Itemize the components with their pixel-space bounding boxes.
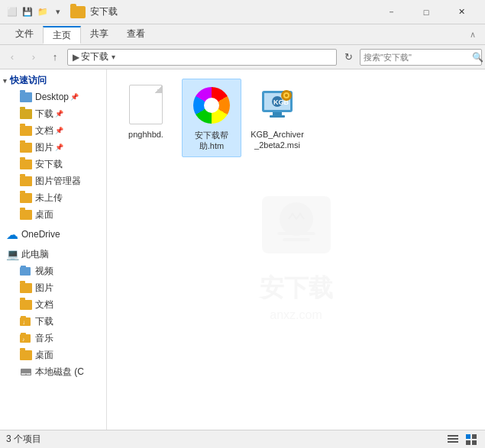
file-item-pnghhbd[interactable]: pnghhbd. <box>116 79 176 157</box>
downloads-folder-icon <box>20 108 32 120</box>
sidebar-item-pictures[interactable]: 图片 📌 <box>0 139 106 156</box>
pc-icon: 💻 <box>6 248 19 260</box>
sidebar-item-desktop3[interactable]: 桌面 <box>0 346 106 363</box>
status-item-count: 3 个项目 <box>6 433 41 446</box>
not-uploaded-folder-icon <box>20 192 32 204</box>
close-button[interactable]: ✕ <box>444 0 479 24</box>
forward-button[interactable]: › <box>24 48 43 66</box>
cloud-icon: ☁ <box>6 227 18 242</box>
blank-file-icon <box>129 85 163 124</box>
sidebar-item-downloads[interactable]: 下载 📌 <box>0 105 106 122</box>
tab-file[interactable]: 文件 <box>6 24 43 44</box>
sidebar-item-pictures2[interactable]: 图片 <box>0 279 106 296</box>
path-label: 安下载 <box>81 50 108 63</box>
maximize-button[interactable]: □ <box>409 0 444 24</box>
svg-text:♪: ♪ <box>22 337 25 342</box>
tab-home[interactable]: 主页 <box>43 26 81 44</box>
anxiazai-folder-icon <box>20 158 32 170</box>
sidebar-thispc-label: 此电脑 <box>21 248 49 261</box>
file-name-kgb: KGB_Archiver_2beta2.msi <box>251 129 304 151</box>
sidebar-not-uploaded-label: 未上传 <box>35 192 63 205</box>
view-list-button[interactable] <box>445 432 461 447</box>
sidebar-item-documents2[interactable]: 文档 <box>0 296 106 313</box>
sidebar-downloads-label: 下载 <box>35 108 53 121</box>
folder-icon-title <box>70 6 86 18</box>
status-bar: 3 个项目 <box>0 430 485 448</box>
up-button[interactable]: ↑ <box>46 48 64 66</box>
window-title: 安下载 <box>90 5 373 18</box>
ribbon: 文件 主页 共享 查看 ∧ <box>0 24 485 45</box>
back-button[interactable]: ‹ <box>3 48 21 66</box>
tab-share[interactable]: 共享 <box>81 24 118 44</box>
file-icon-pnghhbd <box>124 83 167 126</box>
photo-manager-folder-icon <box>20 175 32 187</box>
refresh-button[interactable]: ↻ <box>340 49 357 66</box>
sidebar-item-onedrive[interactable]: ☁ OneDrive <box>0 226 106 243</box>
tab-view[interactable]: 查看 <box>118 24 154 44</box>
sidebar-music-label: 音乐 <box>35 332 53 345</box>
sidebar-anxiazai-label: 安下载 <box>35 158 63 171</box>
main-area: ▾ 快速访问 Desktop 📌 下载 📌 文档 📌 图片 <box>0 69 485 430</box>
address-path[interactable]: ▶ 安下载 ▾ <box>67 49 337 66</box>
file-item-htm[interactable]: 安下载帮助.htm <box>182 79 241 157</box>
address-bar: ‹ › ↑ ▶ 安下载 ▾ ↻ 🔍 <box>0 45 485 69</box>
quick-access-header[interactable]: ▾ 快速访问 <box>0 73 106 89</box>
tb-icon-3: 📁 <box>37 6 49 18</box>
watermark: 安下载 anxz.com <box>251 177 342 322</box>
svg-rect-0 <box>20 267 31 276</box>
onedrive-section: ☁ OneDrive <box>0 226 106 243</box>
svg-rect-19 <box>273 112 282 115</box>
tb-icon-dropdown[interactable]: ▾ <box>52 6 64 18</box>
status-view-controls <box>445 432 479 447</box>
sidebar-item-notUploaded[interactable]: 未上传 <box>0 189 106 206</box>
search-icon: 🔍 <box>472 52 483 63</box>
documents2-folder-icon <box>20 298 32 311</box>
sidebar-item-videos[interactable]: 视频 <box>0 263 106 279</box>
colorful-inner <box>204 98 219 113</box>
sidebar-onedrive-label: OneDrive <box>21 229 60 240</box>
desktop2-folder-icon <box>20 208 32 221</box>
sidebar-item-downloads2[interactable]: ↓ 下载 <box>0 313 106 330</box>
sidebar-documents-label: 文档 <box>35 124 53 137</box>
desktop-folder-icon <box>20 91 32 103</box>
svg-rect-3 <box>21 316 26 318</box>
content-area: 安下载 anxz.com pnghhbd. 安下载帮助.htm <box>107 69 485 430</box>
sidebar: ▾ 快速访问 Desktop 📌 下载 📌 文档 📌 图片 <box>0 69 107 430</box>
svg-rect-30 <box>472 440 477 445</box>
folder-arrow-icon: ▶ <box>73 52 79 63</box>
quick-access-label: 快速访问 <box>10 74 47 87</box>
sidebar-desktop2-label: 桌面 <box>35 208 53 221</box>
sidebar-item-photoManager[interactable]: 图片管理器 <box>0 172 106 189</box>
svg-text:↓: ↓ <box>22 319 25 326</box>
sidebar-drive-c-label: 本地磁盘 (C <box>35 366 84 379</box>
file-name-htm: 安下载帮助.htm <box>186 130 238 152</box>
sidebar-item-desktop[interactable]: Desktop 📌 <box>0 89 106 105</box>
watermark-icon <box>251 177 342 269</box>
kgb-msi-icon: KGB <box>257 85 297 124</box>
sidebar-downloads2-label: 下载 <box>35 315 53 328</box>
videos-folder-icon <box>20 265 32 277</box>
path-segment: ▶ 安下载 ▾ <box>73 50 117 63</box>
sidebar-pictures-label: 图片 <box>35 141 53 154</box>
search-input[interactable] <box>364 53 469 62</box>
sidebar-item-desktop2[interactable]: 桌面 <box>0 206 106 223</box>
sidebar-item-thispc[interactable]: 💻 此电脑 <box>0 246 106 263</box>
svg-rect-13 <box>277 232 315 235</box>
view-grid-button[interactable] <box>464 432 479 447</box>
svg-rect-27 <box>466 434 470 439</box>
minimize-button[interactable]: － <box>373 0 409 24</box>
sidebar-item-drive-c[interactable]: 本地磁盘 (C <box>0 363 106 380</box>
svg-point-10 <box>25 374 27 375</box>
sidebar-item-music[interactable]: ♪ 音乐 <box>0 330 106 346</box>
file-icon-kgb: KGB <box>256 83 299 126</box>
file-item-kgb[interactable]: KGB KGB_Archiver_2beta2.msi <box>247 79 307 157</box>
watermark-sub: anxz.com <box>270 308 322 322</box>
sidebar-item-anxiazai[interactable]: 安下载 <box>0 156 106 172</box>
svg-rect-24 <box>448 435 458 437</box>
downloads2-folder-icon: ↓ <box>20 315 32 327</box>
ribbon-collapse[interactable]: ∧ <box>470 24 479 44</box>
colorful-circle-icon <box>193 87 230 124</box>
path-dropdown-icon[interactable]: ▾ <box>112 53 115 61</box>
search-box[interactable]: 🔍 <box>360 49 482 66</box>
sidebar-item-documents[interactable]: 文档 📌 <box>0 122 106 139</box>
